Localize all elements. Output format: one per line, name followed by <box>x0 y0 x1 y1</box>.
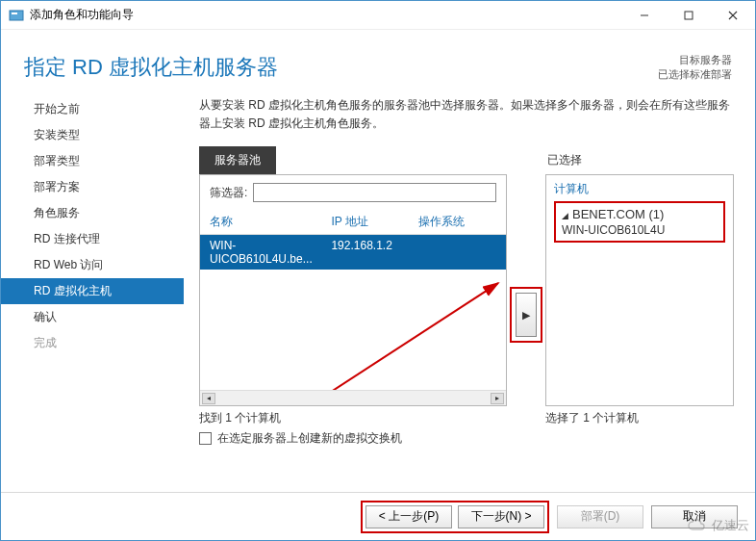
selected-count: 选择了 1 个计算机 <box>545 410 734 447</box>
horizontal-scrollbar[interactable]: ◂ ▸ <box>200 390 506 405</box>
window-controls <box>622 1 755 29</box>
server-manager-icon <box>9 8 24 23</box>
status-deployment: 已选择标准部署 <box>658 67 732 82</box>
nav-highlight: < 上一步(P) 下一步(N) > <box>361 501 549 533</box>
create-vswitch-checkbox[interactable] <box>199 432 212 445</box>
selected-header: 已选择 <box>545 146 734 174</box>
next-button[interactable]: 下一步(N) > <box>458 505 544 528</box>
close-button[interactable] <box>711 1 755 29</box>
sidebar-item-4[interactable]: 角色服务 <box>1 200 184 226</box>
titlebar: 添加角色和功能向导 <box>1 1 755 30</box>
found-count: 找到 1 个计算机 <box>199 410 484 426</box>
selected-highlight: ◢BENET.COM (1) WIN-UICOB610L4U <box>554 201 725 243</box>
main-panel: 从要安装 RD 虚拟化主机角色服务的服务器池中选择服务器。如果选择多个服务器，则… <box>184 90 755 492</box>
sidebar-item-5[interactable]: RD 连接代理 <box>1 226 184 252</box>
sidebar-item-9: 完成 <box>1 330 184 356</box>
scroll-left-icon[interactable]: ◂ <box>202 393 215 404</box>
create-vswitch-row[interactable]: 在选定服务器上创建新的虚拟交换机 <box>199 430 484 447</box>
status-block: 目标服务器 已选择标准部署 <box>658 53 732 83</box>
wizard-window: 添加角色和功能向导 指定 RD 虚拟化主机服务器 目标服务器 已选择标准部署 开… <box>0 0 756 541</box>
wizard-sidebar: 开始之前安装类型部署类型部署方案角色服务RD 连接代理RD Web 访问RD 虚… <box>1 90 184 492</box>
instruction-text: 从要安装 RD 虚拟化主机角色服务的服务器池中选择服务器。如果选择多个服务器，则… <box>199 96 734 133</box>
server-row[interactable]: WIN-UICOB610L4U.be... 192.168.1.2 <box>200 235 506 270</box>
server-pool-tab[interactable]: 服务器池 <box>199 146 276 174</box>
svg-line-6 <box>306 283 498 390</box>
col-ip[interactable]: IP 地址 <box>331 214 417 230</box>
scroll-right-icon[interactable]: ▸ <box>491 393 504 404</box>
sidebar-item-7[interactable]: RD 虚拟化主机 <box>1 278 184 304</box>
row-os <box>418 239 496 266</box>
filter-input[interactable] <box>253 183 496 202</box>
sidebar-item-6[interactable]: RD Web 访问 <box>1 252 184 278</box>
sidebar-item-1[interactable]: 安装类型 <box>1 122 184 148</box>
maximize-button[interactable] <box>667 1 711 29</box>
row-ip: 192.168.1.2 <box>331 239 417 266</box>
sidebar-item-2[interactable]: 部署类型 <box>1 148 184 174</box>
domain-node[interactable]: ◢BENET.COM (1) <box>562 207 718 221</box>
window-title: 添加角色和功能向导 <box>30 7 622 23</box>
status-target: 目标服务器 <box>658 53 732 67</box>
col-name[interactable]: 名称 <box>210 214 331 230</box>
selected-server[interactable]: WIN-UICOB610L4U <box>562 223 718 237</box>
sidebar-item-0[interactable]: 开始之前 <box>1 96 184 122</box>
computer-link[interactable]: 计算机 <box>554 181 725 197</box>
wizard-footer: < 上一步(P) 下一步(N) > 部署(D) 取消 <box>1 492 755 540</box>
grid-header: 名称 IP 地址 操作系统 <box>200 210 506 235</box>
svg-rect-0 <box>10 11 23 20</box>
annotation-arrow <box>296 264 506 390</box>
selected-column: 已选择 计算机 ◢BENET.COM (1) WIN-UICOB610L4U <box>545 146 734 406</box>
grid-body: WIN-UICOB610L4U.be... 192.168.1.2 <box>200 235 506 390</box>
svg-rect-1 <box>12 13 17 14</box>
sidebar-item-3[interactable]: 部署方案 <box>1 174 184 200</box>
col-os[interactable]: 操作系统 <box>418 214 496 230</box>
server-pool-column: 服务器池 筛选器: 名称 IP 地址 操作系统 <box>199 146 507 406</box>
cloud-icon <box>687 519 708 532</box>
previous-button[interactable]: < 上一步(P) <box>365 505 452 528</box>
add-server-button[interactable]: ▶ <box>516 293 537 337</box>
sidebar-item-8[interactable]: 确认 <box>1 304 184 330</box>
watermark: 亿速云 <box>687 517 749 534</box>
create-vswitch-label: 在选定服务器上创建新的虚拟交换机 <box>217 430 402 447</box>
filter-label: 筛选器: <box>210 185 247 201</box>
row-name: WIN-UICOB610L4U.be... <box>210 239 331 266</box>
minimize-button[interactable] <box>622 1 667 29</box>
deploy-button: 部署(D) <box>557 505 643 528</box>
svg-rect-3 <box>685 12 693 19</box>
chevron-right-icon: ▶ <box>522 309 530 322</box>
collapse-icon: ◢ <box>562 211 568 220</box>
page-title: 指定 RD 虚拟化主机服务器 <box>24 53 278 82</box>
transfer-highlight: ▶ <box>510 287 542 343</box>
